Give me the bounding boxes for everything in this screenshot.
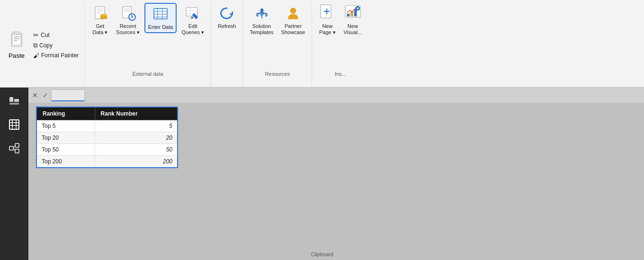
external-data-group-label: External data [89,69,207,78]
get-data-icon [91,5,108,22]
col1-header: Ranking [36,107,95,120]
partner-showcase-label: PartnerShowcase [281,23,305,36]
tab-close-btn[interactable]: ✕ [30,90,40,100]
rank-number-cell: 5 [95,120,178,132]
enter-data-button[interactable]: Enter Data [144,3,177,33]
svg-rect-3 [14,36,19,37]
refresh-items: Refresh [215,3,239,75]
paste-button[interactable]: Paste [4,3,29,87]
recent-sources-icon [119,5,136,22]
ranking-cell: Top 200 [36,156,95,168]
sidebar-model-icon[interactable] [4,138,25,159]
enter-data-icon [152,6,169,23]
refresh-group-label [215,75,239,78]
svg-rect-41 [14,99,19,102]
clipboard-group: Paste ✂ Cut ⧉ Copy 🖌 Format Painter Clip… [2,3,85,87]
new-visual-label: NewVisual... [343,23,362,36]
table-row: Top 55 [36,120,178,132]
svg-rect-2 [12,35,21,45]
sidebar-report-icon[interactable] [4,90,25,111]
edit-queries-label: EditQueries ▾ [181,23,204,36]
ribbon: Paste ✂ Cut ⧉ Copy 🖌 Format Painter Clip… [0,0,644,88]
sidebar-table-icon[interactable] [4,114,25,135]
col2-header: Rank Number [95,107,178,120]
tab-bar: ✕ ✓ [28,88,644,103]
solution-templates-icon [253,5,270,22]
format-painter-label: Format Painter [41,52,79,59]
partner-showcase-icon [285,5,302,22]
paste-icon [8,31,26,51]
ranking-cell: Top 50 [36,144,95,156]
ranking-cell: Top 20 [36,132,95,144]
insert-items: NewPage ▾ [316,3,365,69]
svg-rect-15 [124,10,130,11]
resources-group: SolutionTemplates PartnerShowcase Resour… [243,3,312,87]
svg-rect-40 [9,97,13,102]
cut-icon: ✂ [33,31,39,39]
table-row: Top 5050 [36,144,178,156]
svg-rect-9 [97,12,101,13]
recent-sources-label: RecentSources ▾ [116,23,139,36]
paste-label: Paste [9,52,25,59]
new-page-label: NewPage ▾ [319,23,336,36]
clipboard-group-label: Clipboard [0,250,644,258]
table-container: Ranking Rank Number Top 55Top 2020Top 50… [28,103,644,172]
ribbon-content: Paste ✂ Cut ⧉ Copy 🖌 Format Painter Clip… [0,0,644,87]
get-data-button[interactable]: GetData ▾ [89,3,111,37]
main-area: ✕ ✓ Ranking Rank Number Top 55Top 2020To… [28,88,644,260]
get-data-label: GetData ▾ [92,23,107,36]
svg-rect-8 [97,10,103,11]
solution-templates-button[interactable]: SolutionTemplates [247,3,276,37]
svg-rect-43 [9,120,19,129]
ranking-cell: Top 5 [36,120,95,132]
rank-number-cell: 20 [95,132,178,144]
svg-rect-4 [14,38,19,39]
tab-check-btn[interactable]: ✓ [41,90,50,100]
svg-point-30 [290,8,296,14]
solution-templates-label: SolutionTemplates [250,23,273,36]
left-sidebar [0,88,28,260]
svg-rect-48 [9,146,13,150]
refresh-icon [218,5,235,22]
table-row: Top 2020 [36,132,178,144]
new-visual-icon [344,5,361,22]
insert-group: NewPage ▾ [312,3,368,87]
svg-rect-17 [154,9,167,19]
partner-showcase-button[interactable]: PartnerShowcase [278,3,308,37]
svg-rect-50 [15,149,19,153]
rank-number-cell: 200 [95,156,178,168]
format-painter-icon: 🖌 [33,52,39,59]
cut-button[interactable]: ✂ Cut [31,30,80,40]
new-visual-button[interactable]: NewVisual... [340,3,365,37]
refresh-button[interactable]: Refresh [215,3,239,31]
edit-queries-button[interactable]: EditQueries ▾ [179,3,207,37]
new-page-button[interactable]: NewPage ▾ [316,3,339,37]
tab-title [51,90,85,101]
resources-group-label: Resources [247,69,308,78]
content-area: ✕ ✓ Ranking Rank Number Top 55Top 2020To… [0,88,644,260]
refresh-label: Refresh [218,23,236,29]
svg-rect-5 [14,40,18,41]
table-row: Top 200200 [36,156,178,168]
copy-icon: ⧉ [33,42,37,49]
refresh-group: Refresh [211,3,243,87]
svg-marker-28 [191,16,194,19]
svg-point-12 [100,14,107,17]
cut-label: Cut [41,32,50,38]
clipboard-small-buttons: ✂ Cut ⧉ Copy 🖌 Format Painter [29,3,82,87]
recent-sources-button[interactable]: RecentSources ▾ [113,3,142,37]
svg-rect-13 [123,7,131,18]
rank-number-cell: 50 [95,144,178,156]
resources-items: SolutionTemplates PartnerShowcase [247,3,308,69]
copy-label: Copy [39,42,53,49]
external-data-items: GetData ▾ RecentSources ▾ [89,3,207,69]
copy-button[interactable]: ⧉ Copy [31,41,80,50]
edit-queries-icon [184,5,201,22]
format-painter-button[interactable]: 🖌 Format Painter [31,51,80,60]
external-data-group: GetData ▾ RecentSources ▾ [85,3,211,87]
svg-rect-37 [354,9,357,16]
svg-rect-14 [124,9,130,9]
data-table: Ranking Rank Number Top 55Top 2020Top 50… [36,107,178,168]
enter-data-label: Enter Data [148,24,173,30]
svg-rect-7 [97,9,103,9]
